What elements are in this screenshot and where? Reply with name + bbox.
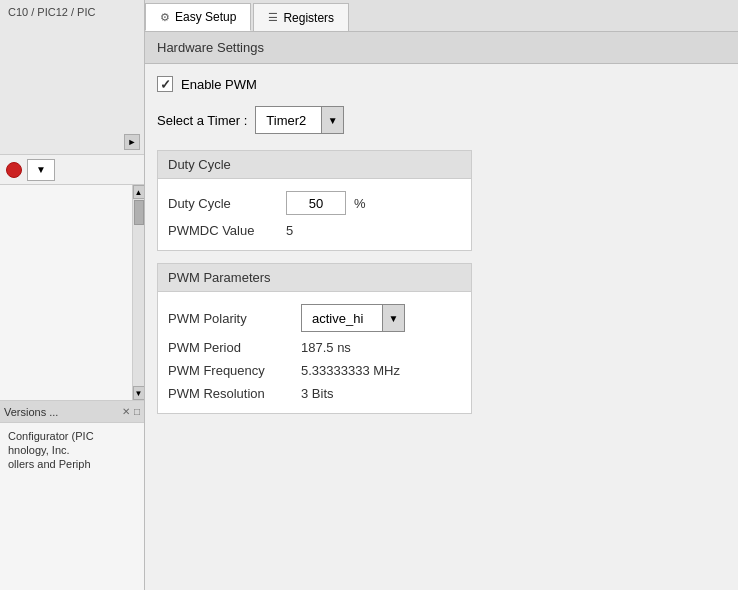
pwm-parameters-panel: PWM Parameters PWM Polarity active_hi ▼ … xyxy=(157,263,472,414)
easy-setup-tab-label: Easy Setup xyxy=(175,10,236,24)
enable-pwm-checkbox[interactable]: ✓ xyxy=(157,76,173,92)
scroll-down-arrow[interactable]: ▼ xyxy=(133,386,145,400)
pwmdc-row: PWMDC Value 5 xyxy=(168,223,461,238)
registers-tab-icon: ☰ xyxy=(268,11,278,24)
versions-content-line3: ollers and Periph xyxy=(8,457,136,471)
pwmdc-label: PWMDC Value xyxy=(168,223,278,238)
versions-content-line1: Configurator (PIC xyxy=(8,429,136,443)
select-timer-row: Select a Timer : Timer2 ▼ xyxy=(157,106,726,134)
scroll-up-arrow[interactable]: ▲ xyxy=(133,185,145,199)
registers-tab-label: Registers xyxy=(283,11,334,25)
pwm-polarity-row: PWM Polarity active_hi ▼ xyxy=(168,304,461,332)
hardware-settings-header: Hardware Settings xyxy=(145,32,738,64)
duty-cycle-label: Duty Cycle xyxy=(168,196,278,211)
duty-cycle-row: Duty Cycle % xyxy=(168,191,461,215)
versions-tab-close[interactable]: ✕ xyxy=(122,406,130,417)
polarity-dropdown[interactable]: active_hi ▼ xyxy=(301,304,405,332)
pwm-frequency-row: PWM Frequency 5.33333333 MHz xyxy=(168,363,461,378)
pwm-period-label: PWM Period xyxy=(168,340,293,355)
polarity-selected-value: active_hi xyxy=(302,308,382,329)
enable-pwm-row: ✓ Enable PWM xyxy=(157,76,726,92)
duty-cycle-header: Duty Cycle xyxy=(158,151,471,179)
scrollbar-thumb[interactable] xyxy=(134,200,144,225)
pwmdc-value: 5 xyxy=(286,223,293,238)
tab-easy-setup[interactable]: ⚙ Easy Setup xyxy=(145,3,251,31)
polarity-dropdown-arrow[interactable]: ▼ xyxy=(382,305,404,331)
timer-dropdown-arrow[interactable]: ▼ xyxy=(321,107,343,133)
timer-dropdown[interactable]: Timer2 ▼ xyxy=(255,106,344,134)
pwm-resolution-row: PWM Resolution 3 Bits xyxy=(168,386,461,401)
left-panel-dropdown[interactable]: ▼ xyxy=(27,159,55,181)
pwm-period-value: 187.5 ns xyxy=(301,340,351,355)
sidebar-header-text: C10 / PIC12 / PIC xyxy=(8,6,95,18)
select-timer-label: Select a Timer : xyxy=(157,113,247,128)
versions-tab-restore[interactable]: □ xyxy=(134,406,140,417)
pwm-period-row: PWM Period 187.5 ns xyxy=(168,340,461,355)
scroll-right-arrow[interactable]: ► xyxy=(124,134,140,150)
timer-selected-value: Timer2 xyxy=(256,110,321,131)
duty-cycle-input[interactable] xyxy=(286,191,346,215)
checkbox-check-icon: ✓ xyxy=(160,78,171,91)
easy-setup-tab-icon: ⚙ xyxy=(160,11,170,24)
duty-cycle-panel: Duty Cycle Duty Cycle % PWMDC Value 5 xyxy=(157,150,472,251)
pwm-frequency-label: PWM Frequency xyxy=(168,363,293,378)
pwm-resolution-label: PWM Resolution xyxy=(168,386,293,401)
duty-cycle-unit: % xyxy=(354,196,366,211)
versions-tab-title[interactable]: Versions ... xyxy=(4,406,120,418)
pwm-parameters-header: PWM Parameters xyxy=(158,264,471,292)
versions-content-line2: hnology, Inc. xyxy=(8,443,136,457)
pwm-resolution-value: 3 Bits xyxy=(301,386,334,401)
red-circle-icon xyxy=(6,162,22,178)
pwm-polarity-label: PWM Polarity xyxy=(168,311,293,326)
tab-bar: ⚙ Easy Setup ☰ Registers xyxy=(145,0,738,32)
tab-registers[interactable]: ☰ Registers xyxy=(253,3,349,31)
enable-pwm-label: Enable PWM xyxy=(181,77,257,92)
pwm-frequency-value: 5.33333333 MHz xyxy=(301,363,400,378)
